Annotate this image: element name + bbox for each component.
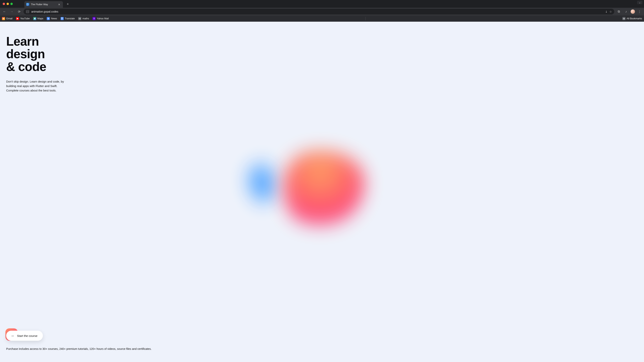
- bookmark-news[interactable]: NNews: [47, 17, 57, 20]
- site-info-icon[interactable]: ⋮⋮: [26, 10, 29, 13]
- bookmarks-separator: [366, 17, 366, 20]
- media-control-button[interactable]: ♪: [623, 9, 629, 15]
- all-bookmarks-label: All Bookmarks: [627, 17, 642, 20]
- purchase-footnote: Purchase includes access to 30+ courses,…: [6, 347, 152, 350]
- bookmark-star-icon[interactable]: ☆: [610, 10, 612, 13]
- tab-strip: ⬡ The Flutter Way ✕ ＋ ⌄: [0, 0, 644, 8]
- hero-headline: Learn design & code: [6, 35, 68, 73]
- bookmark-favicon-icon: M: [2, 17, 5, 20]
- tab-title: The Flutter Way: [31, 3, 56, 6]
- bookmark-favicon-icon: Y: [92, 17, 96, 20]
- bookmark-favicon-icon: ◆: [33, 17, 36, 20]
- bookmark-label: Yahoo Mail: [97, 17, 109, 20]
- reload-icon: ⟳: [18, 10, 20, 14]
- browser-toolbar: ← → ⟳ ⋮⋮ animation.gopal.codes ⤓ ☆ ⧉ ♪ ⋮: [0, 8, 644, 16]
- tab-close-icon[interactable]: ✕: [57, 3, 61, 6]
- window-minimize-icon[interactable]: [6, 3, 9, 5]
- folder-icon: ▭: [622, 17, 626, 20]
- extensions-button[interactable]: ⧉: [616, 9, 622, 15]
- bookmark-maps[interactable]: ◆Maps: [33, 17, 44, 20]
- arrow-left-icon: ←: [3, 10, 6, 13]
- profile-avatar[interactable]: [630, 9, 635, 14]
- puzzle-icon: ⧉: [618, 10, 620, 13]
- bookmark-label: Translate: [65, 17, 75, 20]
- all-bookmarks-button[interactable]: ▭All Bookmarks: [622, 17, 642, 20]
- bookmark-yahoo-mail[interactable]: YYahoo Mail: [92, 17, 109, 20]
- new-tab-button[interactable]: ＋: [64, 1, 72, 7]
- hero-section: Learn design & code Don't skip design. L…: [6, 35, 68, 93]
- bookmark-gmail[interactable]: MGmail: [2, 17, 12, 20]
- bookmark-favicon-icon: ▭: [78, 17, 81, 20]
- media-icon: ♪: [625, 10, 627, 13]
- bookmarks-bar: MGmail▶YouTube◆MapsNNews文Translate▭maths…: [0, 16, 644, 22]
- bookmark-favicon-icon: 文: [60, 17, 64, 20]
- cta-wrap: → Start the course: [6, 331, 43, 341]
- bookmark-label: Maps: [38, 17, 44, 20]
- bookmark-favicon-icon: ▶: [16, 17, 19, 20]
- kebab-icon: ⋮: [638, 10, 641, 14]
- install-app-icon[interactable]: ⤓: [605, 10, 608, 13]
- address-bar-url: animation.gopal.codes: [31, 10, 603, 13]
- window-zoom-icon[interactable]: [10, 3, 13, 5]
- cta-label: Start the course: [17, 334, 38, 337]
- address-bar[interactable]: ⋮⋮ animation.gopal.codes ⤓ ☆: [24, 9, 614, 15]
- bookmark-label: YouTube: [20, 17, 30, 20]
- bookmark-favicon-icon: N: [47, 17, 50, 20]
- bookmark-maths[interactable]: ▭maths: [78, 17, 89, 20]
- arrow-right-icon: →: [10, 10, 13, 13]
- decorative-blob-warm: [284, 151, 364, 228]
- window-close-icon[interactable]: [3, 3, 5, 5]
- tab-favicon-icon: ⬡: [26, 3, 29, 6]
- window-controls: [3, 3, 13, 5]
- bookmark-youtube[interactable]: ▶YouTube: [16, 17, 30, 20]
- browser-tab[interactable]: ⬡ The Flutter Way ✕: [24, 1, 63, 8]
- browser-menu-button[interactable]: ⋮: [637, 9, 642, 15]
- chevron-down-icon: ⌄: [639, 1, 641, 4]
- bookmark-label: maths: [82, 17, 89, 20]
- nav-back-button[interactable]: ←: [2, 9, 7, 15]
- arrow-right-icon: →: [10, 334, 14, 338]
- hero-subcopy: Don't skip design. Learn design and code…: [6, 79, 68, 93]
- nav-forward-button[interactable]: →: [9, 9, 15, 15]
- start-course-button[interactable]: → Start the course: [6, 331, 43, 341]
- decorative-blob-blue: [240, 155, 284, 211]
- tabs-overflow-button[interactable]: ⌄: [637, 1, 642, 4]
- bookmark-label: Gmail: [6, 17, 12, 20]
- bookmark-translate[interactable]: 文Translate: [60, 17, 75, 20]
- page-viewport: Learn design & code Don't skip design. L…: [0, 22, 644, 362]
- nav-reload-button[interactable]: ⟳: [16, 9, 22, 15]
- bookmark-label: News: [51, 17, 57, 20]
